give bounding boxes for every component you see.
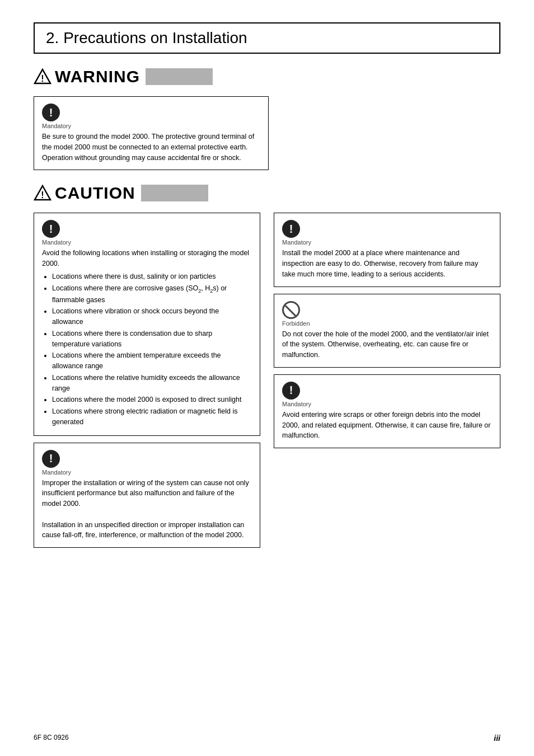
mandatory-icon: ! <box>42 104 60 121</box>
caution-label-3: Mandatory <box>282 239 492 246</box>
caution-title: CAUTION <box>55 184 135 203</box>
caution-section: ! CAUTION ! Mandatory Avoid the followin… <box>34 184 500 555</box>
caution-header: ! CAUTION <box>34 184 500 203</box>
caution-columns: ! Mandatory Avoid the following location… <box>34 213 500 555</box>
caution-box-1: ! Mandatory Avoid the following location… <box>34 213 260 435</box>
list-item: Locations where strong electric radiatio… <box>52 406 252 428</box>
mandatory-icon-1: ! <box>42 220 60 238</box>
caution-box-5: ! Mandatory Avoid entering wire scraps o… <box>274 374 500 448</box>
list-item: Locations where there are corrosive gase… <box>52 283 252 306</box>
caution-box-3: ! Mandatory Install the model 2000 at a … <box>274 213 500 287</box>
footer-page: iii <box>494 734 500 743</box>
caution-triangle-icon: ! <box>34 184 51 202</box>
forbidden-icon <box>282 301 300 319</box>
warning-gray-bar <box>146 68 213 85</box>
list-item: Locations where vibration or shock occur… <box>52 306 252 327</box>
warning-label: Mandatory <box>42 123 260 129</box>
svg-text:!: ! <box>41 74 44 83</box>
caution-box-2: ! Mandatory Improper the installation or… <box>34 443 260 548</box>
warning-title: WARNING <box>55 67 140 86</box>
caution-gray-bar <box>141 185 208 201</box>
list-item: Locations where the model 2000 is expose… <box>52 395 252 405</box>
caution-text-5: Avoid entering wire scraps or other fore… <box>282 410 492 441</box>
list-item: Locations where the ambient temperature … <box>52 350 252 372</box>
list-item: Locations where there is condensation du… <box>52 328 252 350</box>
caution-label-4: Forbidden <box>282 320 492 327</box>
mandatory-icon-3: ! <box>282 220 300 238</box>
page-title: 2. Precautions on Installation <box>34 22 500 54</box>
caution-text-1: Avoid the following locations when insta… <box>42 248 252 427</box>
caution-text-3: Install the model 2000 at a place where … <box>282 248 492 279</box>
list-item: Locations where the relative humidity ex… <box>52 373 252 394</box>
caution-box-4: Forbidden Do not cover the hole of the m… <box>274 294 500 368</box>
footer: 6F 8C 0926 iii <box>34 734 500 743</box>
caution-label-1: Mandatory <box>42 239 252 246</box>
caution-text-2: Improper the installation or wiring of t… <box>42 478 252 541</box>
warning-notice-box: ! Mandatory Be sure to ground the model … <box>34 96 269 170</box>
warning-notice-text: Be sure to ground the model 2000. The pr… <box>42 132 260 163</box>
mandatory-icon-2: ! <box>42 450 60 468</box>
warning-header: ! WARNING <box>34 67 500 86</box>
caution-text-4: Do not cover the hole of the model 2000,… <box>282 329 492 360</box>
warning-triangle-icon: ! <box>34 68 51 86</box>
svg-text:!: ! <box>41 190 44 200</box>
caution-right-col: ! Mandatory Install the model 2000 at a … <box>274 213 500 555</box>
warning-section: ! WARNING ! Mandatory Be sure to ground … <box>34 67 500 170</box>
list-item: Locations where there is dust, salinity … <box>52 271 252 282</box>
footer-code: 6F 8C 0926 <box>34 734 69 743</box>
mandatory-icon-5: ! <box>282 382 300 400</box>
caution-label-2: Mandatory <box>42 469 252 476</box>
caution-label-5: Mandatory <box>282 401 492 407</box>
caution-left-col: ! Mandatory Avoid the following location… <box>34 213 260 555</box>
